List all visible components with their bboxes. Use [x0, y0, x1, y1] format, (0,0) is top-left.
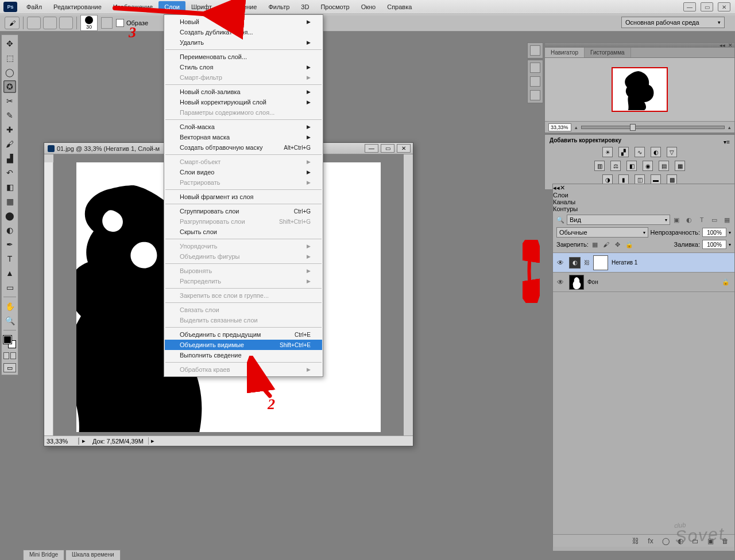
- layer-mask-thumb[interactable]: [593, 255, 608, 270]
- menu-item[interactable]: Создать обтравочную маскуAlt+Ctrl+G: [165, 142, 322, 153]
- lock-all-icon[interactable]: 🔒: [625, 240, 633, 248]
- menu-item-3d[interactable]: 3D: [295, 1, 315, 13]
- doc-minimize-button[interactable]: —: [365, 144, 378, 153]
- bw-adjustment-icon[interactable]: ◧: [626, 161, 637, 171]
- crop-tool[interactable]: ✂: [3, 95, 16, 107]
- navigator-view-box[interactable]: [612, 67, 668, 112]
- layer-thumbnail[interactable]: [569, 275, 584, 290]
- menu-item-файл[interactable]: Файл: [21, 1, 48, 13]
- filter-adjustment-icon[interactable]: ◐: [685, 216, 693, 224]
- filter-image-icon[interactable]: ▣: [672, 216, 680, 224]
- menu-item[interactable]: Скрыть слои: [165, 227, 322, 237]
- sample-checkbox[interactable]: [116, 19, 124, 27]
- status-arrow[interactable]: ▸: [79, 437, 88, 445]
- move-tool[interactable]: ✥: [3, 37, 16, 50]
- brush-tool[interactable]: 🖌: [3, 138, 16, 150]
- layer-mask-icon[interactable]: ◯: [661, 536, 670, 546]
- marquee-tool[interactable]: ⬚: [3, 52, 16, 64]
- lock-transparency-icon[interactable]: ▦: [591, 240, 599, 248]
- brush-preset-button[interactable]: [27, 17, 41, 29]
- menu-item[interactable]: Новый корректирующий слой▶: [165, 97, 322, 107]
- panel-menu-icon[interactable]: ▾≡: [724, 139, 730, 145]
- close-icon[interactable]: ✕: [728, 42, 733, 48]
- curves-adjustment-icon[interactable]: ∿: [635, 147, 645, 157]
- layer-style-icon[interactable]: fx: [646, 536, 655, 546]
- quick-selection-tool[interactable]: ✪: [3, 80, 16, 93]
- collapsed-panel-icon[interactable]: [530, 90, 540, 100]
- chevron-down-icon[interactable]: ▾: [729, 242, 731, 247]
- zoom-tool[interactable]: 🔍: [3, 314, 16, 327]
- navigator-zoom-input[interactable]: 33,33%: [548, 123, 571, 131]
- hue-adjustment-icon[interactable]: ▥: [594, 161, 605, 171]
- menu-item-фильтр[interactable]: Фильтр: [262, 1, 295, 13]
- quick-mask-toggle[interactable]: [3, 352, 16, 359]
- search-icon[interactable]: 🔍: [556, 216, 564, 224]
- tab-navigator[interactable]: Навигатор: [545, 48, 585, 57]
- menu-item[interactable]: Объединить видимыеShift+Ctrl+E: [165, 340, 322, 350]
- menu-item-слои[interactable]: Слои: [158, 1, 185, 13]
- menu-item[interactable]: Слои видео▶: [165, 167, 322, 177]
- filter-type-icon[interactable]: T: [698, 216, 706, 224]
- vibrance-adjustment-icon[interactable]: ▽: [667, 147, 677, 157]
- gradient-tool[interactable]: ▦: [3, 195, 16, 208]
- filter-shape-icon[interactable]: ▭: [710, 216, 718, 224]
- brightness-adjustment-icon[interactable]: ☀: [602, 147, 613, 157]
- lock-position-icon[interactable]: ✥: [614, 240, 622, 248]
- menu-item[interactable]: Новый слой-заливка▶: [165, 87, 322, 97]
- opacity-input[interactable]: 100%: [702, 228, 726, 237]
- menu-item-окно[interactable]: Окно: [355, 1, 382, 13]
- shape-tool[interactable]: ▭: [3, 281, 16, 294]
- tool-preset-picker[interactable]: 🖌: [5, 17, 20, 29]
- foreground-color-swatch[interactable]: [3, 336, 11, 344]
- menu-item[interactable]: Удалить▶: [165, 37, 322, 48]
- dodge-tool[interactable]: ◐: [3, 224, 16, 236]
- levels-adjustment-icon[interactable]: ▞: [618, 147, 629, 157]
- blur-tool[interactable]: ⬤: [3, 209, 16, 222]
- brush-size-picker[interactable]: 30: [80, 15, 98, 31]
- menu-item[interactable]: Создать дубликат слоя...: [165, 27, 322, 37]
- blend-mode-select[interactable]: Обычные▾: [556, 227, 648, 238]
- eraser-tool[interactable]: ◧: [3, 181, 16, 193]
- layer-row[interactable]: 👁 ◐ ⛓ Негатив 1: [553, 253, 734, 273]
- menu-item-выделение[interactable]: Выделение: [218, 1, 262, 13]
- collapsed-panel-icon[interactable]: [530, 76, 540, 87]
- brush-preset-button[interactable]: [43, 17, 57, 29]
- brush-preset-button[interactable]: [59, 17, 73, 29]
- brush-panel-toggle[interactable]: [101, 17, 113, 29]
- status-arrow[interactable]: ▸: [148, 437, 157, 445]
- tab-channels[interactable]: Каналы: [553, 199, 734, 205]
- zoom-field[interactable]: 33,33%: [44, 438, 79, 445]
- spot-healing-tool[interactable]: ✚: [3, 123, 16, 136]
- pen-tool[interactable]: ✒: [3, 238, 16, 251]
- collapse-icon[interactable]: ◂◂: [553, 184, 560, 191]
- navigator-zoom-slider[interactable]: [581, 126, 725, 129]
- tab-timeline[interactable]: Шкала времени: [65, 550, 120, 560]
- color-lookup-adjustment-icon[interactable]: ▦: [675, 161, 685, 171]
- photo-filter-adjustment-icon[interactable]: ◉: [643, 161, 653, 171]
- slider-knob[interactable]: [630, 124, 636, 131]
- zoom-out-icon[interactable]: ▴: [575, 125, 578, 130]
- close-button[interactable]: ✕: [718, 2, 730, 11]
- clone-stamp-tool[interactable]: ▟: [3, 152, 16, 165]
- menu-item[interactable]: Слой-маска▶: [165, 122, 322, 132]
- vertical-ruler[interactable]: [44, 162, 53, 435]
- filter-smart-icon[interactable]: ▦: [723, 216, 731, 224]
- type-tool[interactable]: T: [3, 252, 16, 265]
- eyedropper-tool[interactable]: ✎: [3, 109, 16, 122]
- menu-item[interactable]: Стиль слоя▶: [165, 62, 322, 72]
- layer-visibility-icon[interactable]: 👁: [555, 278, 566, 286]
- close-icon[interactable]: ✕: [560, 184, 565, 191]
- navigator-body[interactable]: [545, 58, 734, 121]
- color-swatches[interactable]: [3, 336, 16, 348]
- menu-item[interactable]: Векторная маска▶: [165, 132, 322, 142]
- link-layers-icon[interactable]: ⛓: [631, 536, 640, 546]
- tab-paths[interactable]: Контуры: [553, 205, 734, 212]
- workspace-selector[interactable]: Основная рабочая среда ▾: [621, 17, 725, 28]
- menu-item-изображение[interactable]: Изображение: [107, 1, 158, 13]
- menu-item-справка[interactable]: Справка: [381, 1, 417, 13]
- menu-item-шрифт[interactable]: Шрифт: [185, 1, 218, 13]
- path-selection-tool[interactable]: ▲: [3, 267, 16, 279]
- collapsed-panel-icon[interactable]: [530, 45, 540, 56]
- maximize-button[interactable]: ▭: [701, 2, 713, 11]
- collapsed-panel-icon[interactable]: [530, 63, 540, 73]
